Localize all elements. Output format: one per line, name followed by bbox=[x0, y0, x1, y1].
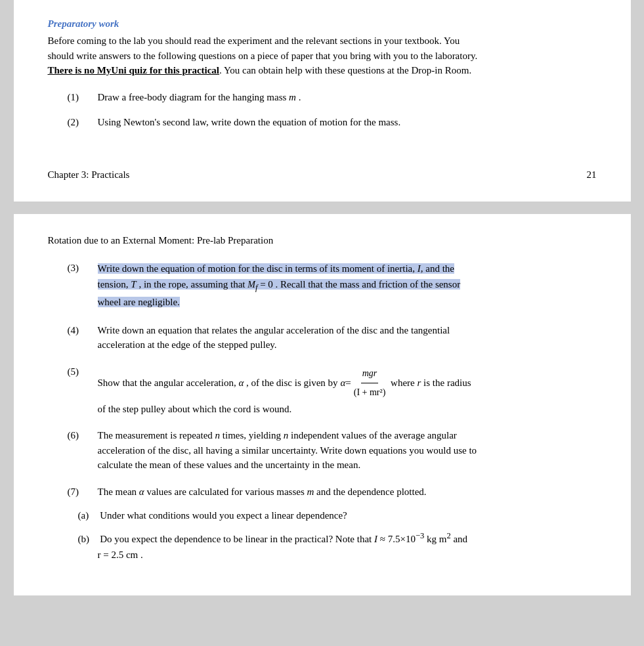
q1-content: Draw a free-body diagram for the hanging… bbox=[98, 90, 597, 105]
qb-line2: r = 2.5 cm . bbox=[98, 549, 143, 560]
q7-end: and the dependence plotted. bbox=[314, 486, 426, 497]
intro-line1: Before coming to the lab you should read… bbox=[48, 35, 460, 46]
qa-text: Under what conditions would you expect a… bbox=[100, 510, 347, 521]
q7-mid: values are calculated for various masses bbox=[144, 486, 307, 497]
intro-line3: . You can obtain help with these questio… bbox=[219, 65, 471, 75]
q5-mid: , of the disc is given by bbox=[244, 373, 340, 393]
question-2: (2) Using Newton's second law, write dow… bbox=[68, 115, 597, 130]
q4-text2: acceleration at the edge of the stepped … bbox=[98, 339, 277, 350]
q3-hl3: tension, bbox=[98, 279, 131, 290]
q7-content: The mean α values are calculated for var… bbox=[98, 484, 597, 500]
sub-questions: (a) Under what conditions would you expe… bbox=[78, 508, 597, 563]
qb-end: and bbox=[451, 534, 467, 544]
q7-m: m bbox=[307, 486, 314, 497]
question-4: (4) Write down an equation that relates … bbox=[68, 323, 597, 353]
q5-line2: of the step pulley about which the cord … bbox=[98, 404, 292, 414]
qb-text: Do you expect the dependence to be linea… bbox=[78, 534, 468, 559]
bottom-questions: (3) Write down the equation of motion fo… bbox=[68, 261, 597, 563]
q5-alpha2: α bbox=[340, 373, 345, 393]
question-5: (5) Show that the angular acceleration, … bbox=[68, 364, 597, 417]
q5-end: is the radius bbox=[421, 373, 471, 393]
qb-exp: −3 bbox=[416, 531, 424, 540]
q3-hl2: , and the bbox=[421, 263, 454, 274]
q5-fraction: mgr (I + mr²) bbox=[353, 364, 387, 402]
q4-content: Write down an equation that relates the … bbox=[98, 323, 597, 353]
q5-pre: Show that the angular acceleration, bbox=[98, 373, 239, 393]
q6-line1c: independent values of the average angula… bbox=[288, 430, 457, 441]
q3-hl4: , in the rope, assuming that bbox=[137, 279, 248, 290]
q3-hl5: = 0 . Recall that the mass and friction … bbox=[257, 279, 460, 290]
bottom-page: Rotation due to an External Moment: Pre-… bbox=[14, 214, 631, 595]
top-questions: (1) Draw a free-body diagram for the han… bbox=[68, 90, 597, 130]
chapter-footer: Chapter 3: Practicals 21 bbox=[48, 169, 597, 181]
sub-question-a: (a) Under what conditions would you expe… bbox=[78, 508, 597, 523]
q3-hl1: Write down the equation of motion for th… bbox=[98, 263, 418, 274]
q5-post: where bbox=[388, 373, 417, 393]
section-title: Rotation due to an External Moment: Pre-… bbox=[48, 235, 597, 246]
q5-numerator: mgr bbox=[361, 364, 379, 383]
q7-number: (7) bbox=[68, 484, 98, 500]
q7-pre: The mean bbox=[98, 486, 139, 497]
q5-number: (5) bbox=[68, 364, 98, 379]
q6-n1: n bbox=[215, 430, 221, 441]
q4-number: (4) bbox=[68, 323, 98, 338]
q6-line2: acceleration of the disc, all having a s… bbox=[98, 445, 477, 456]
top-page: Preparatory work Before coming to the la… bbox=[14, 0, 631, 202]
qb-approx: ≈ 7.5×10 bbox=[377, 534, 416, 544]
q1-var: m bbox=[289, 92, 296, 102]
q1-text: Draw a free-body diagram for the hanging… bbox=[98, 92, 290, 102]
q6-number: (6) bbox=[68, 428, 98, 443]
intro-paragraph: Before coming to the lab you should read… bbox=[48, 33, 597, 78]
q2-content: Using Newton's second law, write down th… bbox=[98, 115, 597, 130]
q7-alpha: α bbox=[139, 486, 144, 497]
question-7: (7) The mean α values are calculated for… bbox=[68, 484, 597, 500]
q3-T: T bbox=[131, 279, 136, 290]
qb-pre: Do you expect the dependence to be linea… bbox=[100, 534, 374, 544]
q6-line1: The measurement is repeated bbox=[98, 430, 215, 441]
q5-content: Show that the angular acceleration, α , … bbox=[98, 364, 597, 417]
qa-label: (a) bbox=[78, 508, 98, 523]
page-number: 21 bbox=[587, 169, 597, 181]
q2-number: (2) bbox=[68, 115, 98, 130]
sub-question-b: (b) Do you expect the dependence to be l… bbox=[78, 530, 597, 563]
no-quiz-text: There is no MyUni quiz for this practica… bbox=[48, 65, 220, 75]
q3-Mf-base: M bbox=[247, 280, 255, 290]
qb-label: (b) bbox=[78, 532, 98, 547]
intro-line2: should write answers to the following qu… bbox=[48, 51, 478, 61]
question-6: (6) The measurement is repeated n times,… bbox=[68, 428, 597, 473]
q6-line1b: times, yielding bbox=[220, 430, 284, 441]
q1-end: . bbox=[296, 92, 301, 102]
q5-alpha: α bbox=[238, 373, 244, 393]
q3-content: Write down the equation of motion for th… bbox=[98, 261, 597, 310]
q5-denominator: (I + mr²) bbox=[353, 383, 387, 402]
q3-number: (3) bbox=[68, 261, 98, 276]
q6-line3: calculate the mean of these values and t… bbox=[98, 460, 361, 470]
q5-eq: = bbox=[345, 373, 351, 393]
qb-unit: kg m bbox=[424, 534, 446, 544]
q3-highlighted: Write down the equation of motion for th… bbox=[98, 263, 461, 307]
q6-content: The measurement is repeated n times, yie… bbox=[98, 428, 597, 473]
preparatory-title: Preparatory work bbox=[48, 18, 597, 30]
question-1: (1) Draw a free-body diagram for the han… bbox=[68, 90, 597, 105]
question-3: (3) Write down the equation of motion fo… bbox=[68, 261, 597, 310]
q3-hl6: wheel are negligible. bbox=[98, 297, 180, 307]
q1-number: (1) bbox=[68, 90, 98, 105]
chapter-label: Chapter 3: Practicals bbox=[48, 169, 130, 181]
q4-text1: Write down an equation that relates the … bbox=[98, 325, 450, 335]
